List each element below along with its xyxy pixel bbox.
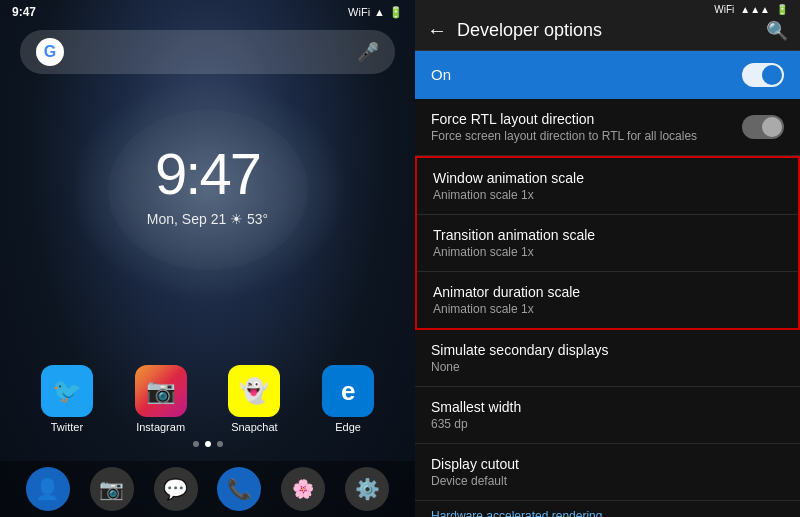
edge-icon: e bbox=[322, 365, 374, 417]
status-bar: 9:47 WiFi ▲ 🔋 bbox=[0, 0, 415, 24]
force-rtl-title: Force RTL layout direction bbox=[431, 111, 742, 127]
transition-animation-text: Transition animation scale Animation sca… bbox=[433, 227, 782, 259]
photos-icon[interactable]: 🌸 bbox=[281, 467, 325, 511]
app-twitter[interactable]: 🐦 Twitter bbox=[41, 365, 93, 433]
smallest-width-setting[interactable]: Smallest width 635 dp bbox=[415, 387, 800, 444]
snapchat-icon: 👻 bbox=[228, 365, 280, 417]
settings-list: Force RTL layout direction Force screen … bbox=[415, 99, 800, 517]
simulate-displays-setting[interactable]: Simulate secondary displays None bbox=[415, 330, 800, 387]
animator-duration-setting[interactable]: Animator duration scale Animation scale … bbox=[417, 272, 798, 328]
status-icons: WiFi ▲ 🔋 bbox=[348, 6, 403, 19]
right-status-bar: WiFi ▲▲▲ 🔋 bbox=[415, 0, 800, 15]
twitter-label: Twitter bbox=[51, 421, 83, 433]
dev-header: ← Developer options 🔍 bbox=[415, 15, 800, 51]
status-time: 9:47 bbox=[12, 5, 36, 19]
right-signal-icon: ▲▲▲ bbox=[740, 4, 770, 15]
twitter-icon: 🐦 bbox=[41, 365, 93, 417]
google-logo: G bbox=[36, 38, 64, 66]
battery-icon: 🔋 bbox=[389, 6, 403, 19]
camera-icon[interactable]: 📷 bbox=[90, 467, 134, 511]
app-instagram[interactable]: 📷 Instagram bbox=[135, 365, 187, 433]
simulate-displays-subtitle: None bbox=[431, 360, 784, 374]
smallest-width-title: Smallest width bbox=[431, 399, 784, 415]
app-edge[interactable]: e Edge bbox=[322, 365, 374, 433]
edge-label: Edge bbox=[335, 421, 361, 433]
messages-icon[interactable]: 💬 bbox=[154, 467, 198, 511]
developer-on-toggle[interactable]: On bbox=[415, 51, 800, 99]
clock-widget: 9:47 Mon, Sep 21 ☀ 53° bbox=[0, 140, 415, 227]
animator-duration-subtitle: Animation scale 1x bbox=[433, 302, 782, 316]
page-dot bbox=[217, 441, 223, 447]
google-search-bar[interactable]: G 🎤 bbox=[20, 30, 395, 74]
contacts-icon[interactable]: 👤 bbox=[26, 467, 70, 511]
force-rtl-toggle[interactable] bbox=[742, 115, 784, 139]
animation-section: Window animation scale Animation scale 1… bbox=[415, 156, 800, 330]
signal-icon: ▲ bbox=[374, 6, 385, 18]
transition-animation-title: Transition animation scale bbox=[433, 227, 782, 243]
animator-duration-text: Animator duration scale Animation scale … bbox=[433, 284, 782, 316]
on-toggle-switch[interactable] bbox=[742, 63, 784, 87]
smallest-width-subtitle: 635 dp bbox=[431, 417, 784, 431]
developer-options-panel: WiFi ▲▲▲ 🔋 ← Developer options 🔍 On Forc… bbox=[415, 0, 800, 517]
transition-animation-subtitle: Animation scale 1x bbox=[433, 245, 782, 259]
display-cutout-text: Display cutout Device default bbox=[431, 456, 784, 488]
right-wifi-icon: WiFi bbox=[714, 4, 734, 15]
window-animation-text: Window animation scale Animation scale 1… bbox=[433, 170, 782, 202]
app-area: 🐦 Twitter 📷 Instagram 👻 Snapchat e Edge bbox=[0, 365, 415, 457]
snapchat-label: Snapchat bbox=[231, 421, 277, 433]
display-cutout-setting[interactable]: Display cutout Device default bbox=[415, 444, 800, 501]
simulate-displays-text: Simulate secondary displays None bbox=[431, 342, 784, 374]
home-screen: 9:47 WiFi ▲ 🔋 G 🎤 9:47 Mon, Sep 21 ☀ 53°… bbox=[0, 0, 415, 517]
right-battery-icon: 🔋 bbox=[776, 4, 788, 15]
bottom-dock: 👤 📷 💬 📞 🌸 ⚙️ bbox=[0, 461, 415, 517]
mic-icon[interactable]: 🎤 bbox=[357, 41, 379, 63]
simulate-displays-title: Simulate secondary displays bbox=[431, 342, 784, 358]
search-button[interactable]: 🔍 bbox=[766, 20, 788, 42]
force-rtl-subtitle: Force screen layout direction to RTL for… bbox=[431, 129, 742, 143]
page-title: Developer options bbox=[457, 20, 756, 41]
wifi-icon: WiFi bbox=[348, 6, 370, 18]
app-row: 🐦 Twitter 📷 Instagram 👻 Snapchat e Edge bbox=[20, 365, 395, 433]
clock-time: 9:47 bbox=[0, 140, 415, 207]
app-snapchat[interactable]: 👻 Snapchat bbox=[228, 365, 280, 433]
window-animation-subtitle: Animation scale 1x bbox=[433, 188, 782, 202]
animator-duration-title: Animator duration scale bbox=[433, 284, 782, 300]
smallest-width-text: Smallest width 635 dp bbox=[431, 399, 784, 431]
phone-icon[interactable]: 📞 bbox=[217, 467, 261, 511]
on-label-text: On bbox=[431, 66, 742, 84]
window-animation-setting[interactable]: Window animation scale Animation scale 1… bbox=[417, 158, 798, 215]
instagram-label: Instagram bbox=[136, 421, 185, 433]
force-rtl-text: Force RTL layout direction Force screen … bbox=[431, 111, 742, 143]
page-dots bbox=[20, 441, 395, 447]
hw-accel-section-label: Hardware accelerated rendering bbox=[415, 501, 800, 517]
display-cutout-title: Display cutout bbox=[431, 456, 784, 472]
clock-date: Mon, Sep 21 ☀ 53° bbox=[0, 211, 415, 227]
transition-animation-setting[interactable]: Transition animation scale Animation sca… bbox=[417, 215, 798, 272]
window-animation-title: Window animation scale bbox=[433, 170, 782, 186]
instagram-icon: 📷 bbox=[135, 365, 187, 417]
page-dot-active bbox=[205, 441, 211, 447]
back-button[interactable]: ← bbox=[427, 19, 447, 42]
settings-icon[interactable]: ⚙️ bbox=[345, 467, 389, 511]
force-rtl-setting[interactable]: Force RTL layout direction Force screen … bbox=[415, 99, 800, 156]
on-title: On bbox=[431, 66, 451, 83]
page-dot bbox=[193, 441, 199, 447]
display-cutout-subtitle: Device default bbox=[431, 474, 784, 488]
